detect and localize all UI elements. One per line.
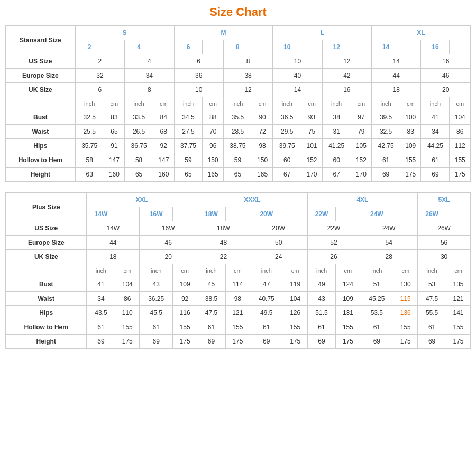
uk-14: 14: [273, 83, 322, 97]
p-height-8: 175: [283, 335, 307, 349]
p-waist-6: 98: [225, 292, 250, 306]
unit-inch-1: inch: [75, 97, 104, 110]
us-s-4: 4: [125, 40, 153, 54]
p-eu-56: 56: [418, 236, 471, 250]
bust-9: 36.5: [273, 110, 301, 125]
page-title: Size Chart: [5, 5, 471, 19]
p-18wb: [225, 207, 250, 221]
p-height-1: 69: [87, 335, 115, 349]
unit-inch-6: inch: [322, 97, 351, 110]
p-hips-9: 51.5: [307, 306, 336, 320]
xxxl-header: XXXL: [197, 193, 308, 207]
unit-empty-1: [6, 97, 76, 110]
p-waist-10: 109: [336, 292, 360, 306]
p-uk-size-label: UK Size: [6, 250, 87, 264]
unit-inch-2: inch: [125, 97, 153, 110]
height-6: 165: [203, 168, 223, 182]
xl-header: XL: [372, 26, 471, 40]
us-12: 12: [322, 54, 371, 69]
waist-11: 31: [322, 125, 351, 139]
p-bust-7: 47: [250, 277, 283, 292]
p-waist-12: 115: [393, 292, 418, 306]
p-bust-label: Bust: [6, 277, 87, 292]
hips-16: 112: [450, 139, 471, 153]
p-hollow-6: 155: [225, 320, 250, 335]
p-hollow-5: 61: [197, 320, 226, 335]
height-4: 160: [153, 168, 174, 182]
hips-3: 36.75: [125, 139, 153, 153]
m-header: M: [174, 26, 273, 40]
waist-12: 79: [351, 125, 371, 139]
waist-4: 68: [153, 125, 174, 139]
eu-42: 42: [322, 69, 371, 83]
p-hips-10: 131: [336, 306, 360, 320]
p-us-20w: 20W: [250, 221, 307, 236]
p-unit-cm-3: cm: [225, 264, 250, 277]
p-hollow-13: 61: [418, 320, 446, 335]
height-10: 170: [301, 168, 322, 182]
unit-inch-5: inch: [273, 97, 301, 110]
eu-36: 36: [174, 69, 223, 83]
eu-size-row: Europe Size 32 34 36 38 40 42 44 46: [6, 69, 471, 83]
p-bust-3: 43: [140, 277, 173, 292]
p-hips-12: 136: [393, 306, 418, 320]
p-bust-8: 119: [283, 277, 307, 292]
height-13: 69: [372, 168, 400, 182]
p-hips-14: 141: [446, 306, 471, 320]
p-us-22w: 22W: [307, 221, 360, 236]
p-hips-3: 45.5: [140, 306, 173, 320]
us-xl-16: 16: [421, 40, 450, 54]
waist-2: 65: [104, 125, 124, 139]
us-s-2: 2: [75, 40, 104, 54]
hips-1: 35.75: [75, 139, 104, 153]
p-waist-9: 43: [307, 292, 336, 306]
unit-inch-3: inch: [174, 97, 203, 110]
p-hips-2: 110: [115, 306, 140, 320]
p-unit-cm-1: cm: [115, 264, 140, 277]
standard-size-table: Stansard Size S M L XL 2 4 6 8 10: [5, 25, 471, 182]
us-16: 16: [421, 54, 471, 69]
p-bust-2: 104: [115, 277, 140, 292]
p-unit-inch-4: inch: [250, 264, 283, 277]
p-height-4: 175: [173, 335, 197, 349]
p-height-3: 69: [140, 335, 173, 349]
bust-label: Bust: [6, 110, 76, 125]
uk-20: 20: [421, 83, 471, 97]
p-hollow-3: 61: [140, 320, 173, 335]
p-unit-inch-2: inch: [140, 264, 173, 277]
height-7: 65: [223, 168, 252, 182]
p-uk-22: 22: [197, 250, 250, 264]
standard-size-chart: Stansard Size S M L XL 2 4 6 8 10: [5, 25, 471, 182]
height-3: 65: [125, 168, 153, 182]
p-us-size-row: US Size 14W 16W 18W 20W 22W 24W 26W: [6, 221, 471, 236]
hollow-row: Hollow to Hem 58 147 58 147 59 150 59 15…: [6, 153, 471, 168]
p-hollow-9: 61: [307, 320, 336, 335]
p-hips-1: 43.5: [87, 306, 115, 320]
uk-size-row: UK Size 6 8 10 12 14 16 18 20: [6, 83, 471, 97]
eu-34: 34: [125, 69, 174, 83]
p-hollow-10: 155: [336, 320, 360, 335]
p-height-10: 175: [336, 335, 360, 349]
p-unit-inch-5: inch: [307, 264, 336, 277]
hips-14: 109: [400, 139, 421, 153]
p-hollow-7: 61: [250, 320, 283, 335]
us-xl-14b: [400, 40, 421, 54]
bust-5: 34.5: [174, 110, 203, 125]
xxl-header: XXL: [87, 193, 197, 207]
hollow-2: 147: [104, 153, 124, 168]
p-14w: 14W: [87, 207, 115, 221]
hips-12: 105: [351, 139, 371, 153]
us-6: 6: [174, 54, 223, 69]
p-us-14w: 14W: [87, 221, 140, 236]
plus-size-chart: Plus Size XXL XXXL 4XL 5XL 14W 16W 18W 2…: [5, 192, 471, 349]
height-9: 67: [273, 168, 301, 182]
p-unit-cm-7: cm: [446, 264, 471, 277]
bust-12: 97: [351, 110, 371, 125]
us-l-12b: [351, 40, 371, 54]
us-l-10b: [301, 40, 322, 54]
p-hollow-11: 61: [360, 320, 393, 335]
p-eu-52: 52: [307, 236, 360, 250]
p-bust-5: 45: [197, 277, 226, 292]
p-height-14: 175: [446, 335, 471, 349]
p-14wb: [115, 207, 140, 221]
